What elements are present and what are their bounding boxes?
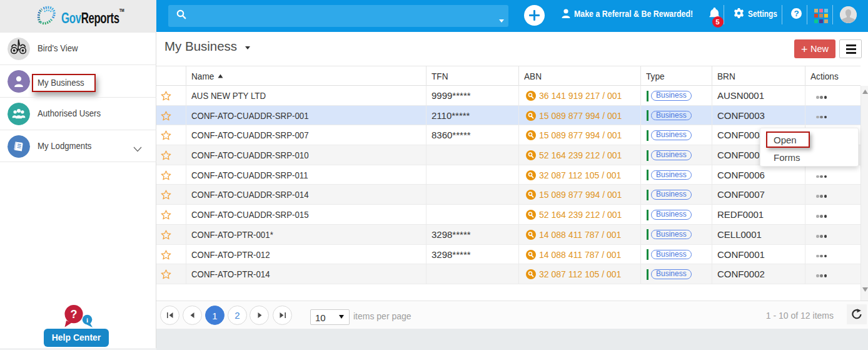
svg-text:?: ?: [71, 308, 78, 321]
svg-text:i: i: [86, 316, 88, 324]
